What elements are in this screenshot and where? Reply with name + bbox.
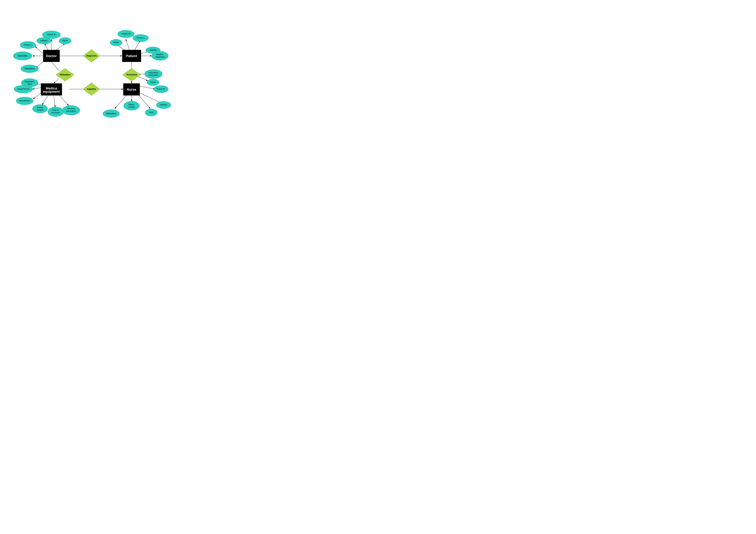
attr-doctor-address: Address [37, 38, 51, 44]
line-nurse-address [141, 93, 161, 103]
attr-doctor-id-label: Doctor ID [47, 33, 56, 36]
line-medeq-warranty [59, 95, 69, 106]
attr-patient-medeq-line1: Medical equipment [155, 53, 165, 58]
attr-equipment-id: Equipment ID [14, 85, 33, 93]
attr-patient-phone-label: Phone no [137, 37, 145, 39]
medeq-label-line2: equipment [43, 90, 60, 93]
attr-nurse-education-label: Education [106, 112, 116, 114]
treatment-label: Treatment [126, 73, 137, 76]
attr-model-line1: Model number [37, 106, 43, 111]
attr-eqid-label: Equipment ID [17, 88, 30, 90]
attr-warranty: Warranty information [62, 105, 80, 115]
supplies-label: supplies [87, 88, 96, 90]
attr-patient-id: Patient ID [118, 30, 134, 38]
line-patient-id [126, 39, 129, 50]
line-doctor-name [56, 43, 65, 50]
line-nurse-id [140, 86, 155, 89]
attr-nurse-phone-line1: Phone number [128, 103, 135, 108]
line-doctor-utilization [51, 62, 59, 71]
attr-nurseid-label: Nurse ID [157, 88, 165, 90]
line-medeq-model [42, 95, 48, 105]
nurse-entity: Nurse [123, 83, 140, 95]
patient-entity: Patient [122, 50, 141, 62]
line-treatment-name [138, 76, 148, 81]
medical-equipment-entity: Medica equipment [41, 83, 62, 95]
er-diagram: Diagnosis Utilization supplies Treatment… [0, 0, 197, 136]
patient-label: Patient [126, 54, 137, 58]
attr-speciality-label: Speciality [18, 54, 28, 57]
attr-manufacture: Manufacture [16, 97, 33, 105]
attr-doctor-education: Education [21, 65, 39, 73]
doctor-entity: Doctor [43, 50, 60, 62]
attr-insurance: Inshurance information [145, 69, 162, 79]
diagnosis-diamond: Diagnosis [83, 50, 100, 62]
attr-patient-medeq: Medical equipment [152, 51, 168, 61]
attr-patient-phone: Phone no [133, 35, 148, 42]
attr-patientid-label: Patient ID [122, 33, 130, 35]
attr-manufacture-label: Manufacture [19, 100, 30, 102]
attr-patient-name-label: Name [114, 41, 119, 43]
attr-doctor-name: Name [59, 38, 71, 44]
attr-doctor-phone: Phone no [20, 41, 36, 49]
attr-patient-address-label: Address [149, 49, 157, 51]
attr-nurse-address-label: Address [160, 104, 167, 106]
attr-treatment-name: Name [147, 79, 159, 86]
attr-doctor-phone-label: Phone no [24, 44, 32, 46]
doctor-label: Doctor [46, 54, 57, 58]
attr-nurse-shift: Shift [145, 109, 157, 116]
diagnosis-label: Diagnosis [86, 54, 97, 57]
attr-doctor-address-label: Address [40, 39, 47, 42]
supplies-diamond: supplies [83, 83, 100, 95]
attr-doctor-speciality: Speciality [13, 52, 32, 60]
attr-doctor-name-label: Name [63, 39, 68, 42]
line-patient-phone [135, 40, 140, 50]
attr-doctor-education-label: Education [25, 67, 35, 70]
attr-insurance-line1: Inshurance information [148, 71, 159, 76]
line-utilization-medeq [54, 79, 59, 83]
treatment-diamond: Treatment [122, 68, 141, 81]
attr-shift-label: Shift [149, 111, 153, 114]
attr-nurse-phone: Phone number [124, 101, 139, 110]
line-doctor-phone [35, 46, 43, 54]
line-medeq-date [54, 95, 55, 107]
attr-nurse-education: Education [103, 110, 120, 117]
attr-model-number: Model number [33, 105, 48, 113]
attr-nurse-id: Nurse ID [154, 86, 168, 93]
attr-date-purchase: Date of purchase [48, 107, 64, 116]
line-medeq-eqid [33, 88, 41, 89]
attr-patient-name: Name [110, 39, 122, 46]
attr-nurse-address: Address [156, 101, 171, 109]
utilization-label: Utilization [60, 73, 70, 76]
nurse-label: Nurse [127, 88, 136, 91]
line-doctor-address [44, 43, 48, 50]
attr-treatment-name-label: Name [150, 81, 156, 83]
